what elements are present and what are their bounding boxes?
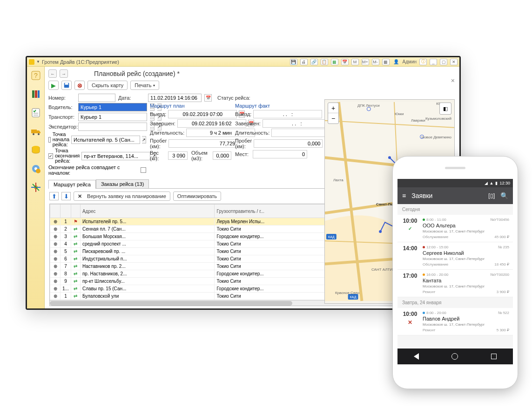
plan-weight — [168, 151, 188, 160]
request-card[interactable]: 17:00 16:00 - 20:00№УТ00200 Кантата Моск… — [397, 270, 513, 297]
tab-orders[interactable]: Заказы рейса (13) — [96, 179, 149, 188]
plan-seats — [253, 150, 307, 158]
menu-icon[interactable]: ≡ — [402, 192, 406, 199]
nav-back-button[interactable]: ← — [48, 69, 57, 78]
status-label: Статус рейса: — [217, 95, 250, 101]
hide-map-button[interactable]: Скрыть карту — [88, 81, 128, 90]
close-page-icon[interactable]: × — [451, 77, 455, 84]
cancel-button[interactable]: ⊗ — [74, 81, 85, 90]
svg-rect-8 — [31, 130, 37, 133]
info-icon[interactable]: ⓘ — [419, 59, 427, 65]
sidebar: ? — [27, 67, 45, 308]
fact-done[interactable] — [263, 119, 331, 128]
nav-back-icon[interactable] — [414, 353, 419, 360]
svg-point-22 — [388, 156, 391, 159]
sidebar-star-icon[interactable] — [30, 181, 42, 193]
move-down-button[interactable]: ⬇ — [61, 192, 71, 200]
app-icon — [29, 59, 34, 65]
start-checkbox[interactable] — [48, 137, 51, 143]
end-equals-checkbox[interactable] — [141, 167, 146, 173]
end-label: Точка окончания рейса: — [55, 148, 80, 164]
return-request-button[interactable]: ✕ Вернуть заявку на планирование — [74, 191, 170, 201]
driver-label: Водитель: — [48, 104, 75, 110]
run-button[interactable]: ▶ — [48, 81, 59, 90]
phone-statusbar: ◢ ▲ ▮ 12:30 — [397, 179, 513, 187]
link-icon[interactable]: 🔗 — [310, 59, 318, 65]
date-calendar-icon[interactable]: 📅 — [204, 94, 212, 102]
end-equals-label: Окончание рейса совпадает с началом: — [48, 164, 139, 176]
svg-text:?: ? — [34, 72, 38, 79]
fact-depart[interactable] — [253, 110, 322, 118]
dropdown-icon[interactable]: ▼ — [36, 60, 40, 64]
svg-rect-20 — [65, 83, 68, 85]
sidebar-db-icon[interactable] — [30, 144, 42, 156]
svg-rect-2 — [32, 90, 34, 98]
start-open-icon[interactable]: ↗ — [142, 136, 146, 144]
end-checkbox[interactable]: ✓ — [48, 153, 53, 159]
sidebar-help-icon[interactable]: ? — [30, 69, 42, 82]
close-window-icon[interactable]: ✕ — [450, 59, 458, 65]
svg-point-10 — [38, 133, 40, 135]
map-layers-button[interactable]: ◧ — [439, 103, 451, 115]
scan-icon[interactable]: [▯] — [488, 192, 495, 199]
number-label: Номер: — [48, 95, 75, 101]
plan-dist — [168, 139, 237, 148]
driver-input[interactable] — [78, 103, 147, 111]
maximize-icon[interactable]: ▢ — [440, 59, 447, 65]
zoom-out-button[interactable]: − — [328, 113, 338, 123]
date-input[interactable] — [148, 94, 202, 102]
status-time: 12:30 — [499, 181, 510, 185]
titlebar: ▼ Гротем Драйв (1С:Предприятие) 💾 🖨 🔗 📋 … — [27, 57, 459, 67]
section-today: Сегодня — [397, 204, 513, 215]
sidebar-gear-icon[interactable] — [30, 163, 42, 175]
clipboard-icon[interactable]: 📋 — [321, 59, 328, 65]
search-icon[interactable]: 🔍 — [500, 192, 508, 199]
sidebar-truck-icon[interactable] — [30, 125, 42, 137]
start-input[interactable] — [71, 136, 140, 144]
fact-title: Маршрут факт — [235, 103, 307, 109]
tab-route[interactable]: Маршрут рейса — [48, 180, 96, 189]
date-label: Дата: — [118, 95, 145, 101]
transport-input[interactable] — [78, 113, 147, 121]
fact-dist — [254, 139, 323, 148]
svg-point-14 — [36, 169, 40, 173]
mplus-btn[interactable]: M+ — [362, 59, 369, 65]
svg-text:КАД: КАД — [328, 235, 335, 239]
save-icon[interactable]: 💾 — [290, 59, 297, 65]
calc-icon[interactable]: ▦ — [331, 59, 338, 65]
mminus-btn[interactable]: M- — [372, 59, 379, 65]
plan-vol — [213, 151, 231, 160]
phone-appbar: ≡ Заявки [▯] 🔍 — [397, 187, 513, 204]
calendar-icon[interactable]: 📅 — [341, 59, 349, 65]
number-input[interactable] — [78, 94, 115, 102]
transport-label: Транспорт: — [48, 114, 75, 120]
svg-rect-4 — [38, 90, 40, 98]
expeditor-input[interactable] — [78, 123, 147, 131]
minimize-icon[interactable]: _ — [430, 59, 437, 65]
request-card[interactable]: 10:00✕ 8:00 - 20:00№ 522 Павлов Андрей М… — [397, 308, 513, 335]
phone-frame: ◢ ▲ ▮ 12:30 ≡ Заявки [▯] 🔍 Сегодня 10:00… — [392, 156, 518, 389]
move-up-button[interactable]: ⬆ — [49, 192, 59, 200]
sidebar-checklist-icon[interactable] — [30, 107, 42, 119]
save-button[interactable] — [61, 81, 72, 90]
sidebar-books-icon[interactable] — [30, 88, 42, 100]
svg-rect-5 — [32, 109, 40, 117]
plan-depart[interactable] — [168, 110, 237, 118]
request-card[interactable]: 10:00✓ 8:00 - 11:00№УТ00456 ООО Альтера … — [397, 215, 513, 242]
optimize-button[interactable]: Оптимизировать — [173, 191, 221, 201]
request-card[interactable]: 14:00 12:00 - 15:00№ 235 Сергеев Николай… — [397, 242, 513, 270]
nav-recent-icon[interactable] — [491, 354, 497, 359]
svg-text:КАД: КАД — [350, 295, 357, 299]
print-button[interactable]: Печать▾ — [130, 81, 159, 90]
end-input[interactable] — [81, 152, 150, 160]
zoom-in-button[interactable]: + — [328, 103, 338, 113]
m-btn[interactable]: М — [351, 59, 359, 65]
svg-point-25 — [379, 230, 382, 233]
signal-icon: ◢ — [485, 181, 488, 185]
nav-fwd-button[interactable]: → — [60, 69, 68, 78]
grid-icon[interactable]: ▦ — [382, 59, 390, 65]
section-tomorrow: Завтра, 24 января — [397, 297, 513, 308]
svg-rect-3 — [35, 90, 37, 98]
nav-home-icon[interactable] — [451, 353, 458, 360]
print-icon[interactable]: 🖨 — [300, 59, 308, 65]
